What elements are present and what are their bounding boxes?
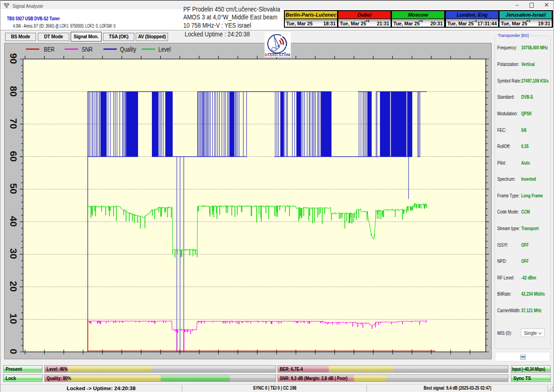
svg-text:DXSATCS.COM: DXSATCS.COM — [265, 53, 291, 57]
